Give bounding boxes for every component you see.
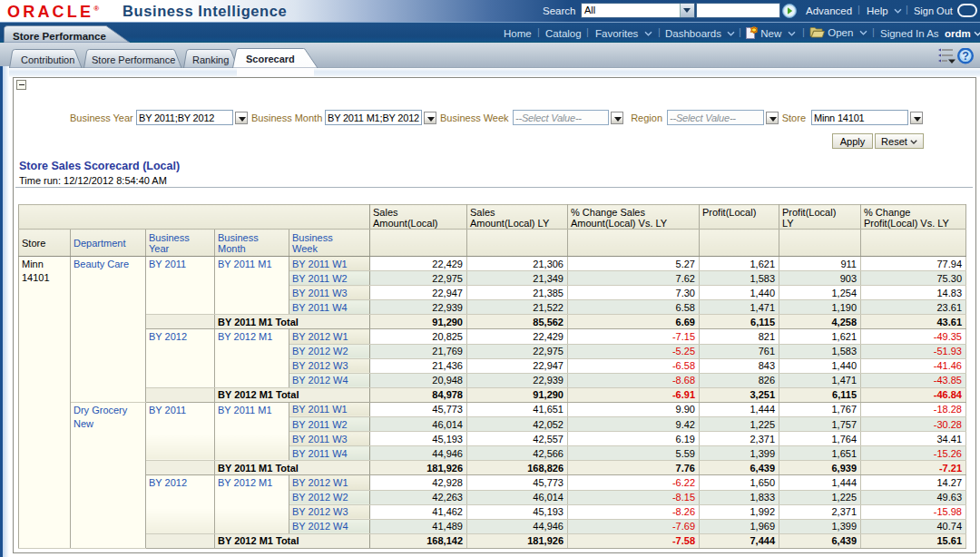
svg-text:?: ? [962,50,969,63]
